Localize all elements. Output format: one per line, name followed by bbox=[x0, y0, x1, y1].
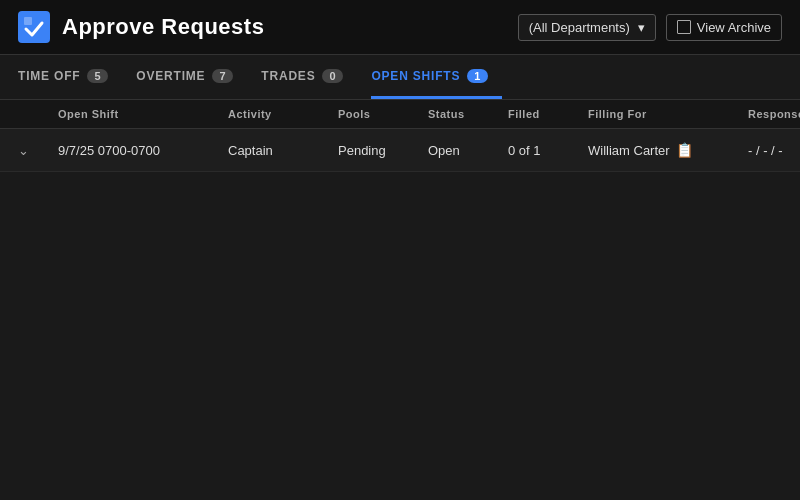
cell-filled: 0 of 1 bbox=[508, 143, 588, 158]
header: Approve Requests (All Departments) ▾ Vie… bbox=[0, 0, 800, 55]
svg-rect-0 bbox=[18, 11, 50, 43]
chevron-down-icon: ▾ bbox=[638, 20, 645, 35]
tab-open-shifts-label: OPEN SHIFTS bbox=[371, 69, 460, 83]
page-title: Approve Requests bbox=[62, 14, 518, 40]
cell-filling-for: William Carter 📋 bbox=[588, 142, 748, 158]
view-archive-label: View Archive bbox=[697, 20, 771, 35]
tab-overtime-badge: 7 bbox=[212, 69, 233, 83]
cell-open-shift: 9/7/25 0700-0700 bbox=[58, 143, 228, 158]
tab-trades-badge: 0 bbox=[322, 69, 343, 83]
tab-open-shifts-badge: 1 bbox=[467, 69, 488, 83]
col-filling-for: Filling For bbox=[588, 108, 748, 120]
dept-dropdown-label: (All Departments) bbox=[529, 20, 630, 35]
tab-bar: TIME OFF 5 OVERTIME 7 TRADES 0 OPEN SHIF… bbox=[0, 55, 800, 100]
tab-overtime[interactable]: OVERTIME 7 bbox=[136, 55, 247, 99]
col-activity: Activity bbox=[228, 108, 338, 120]
tab-overtime-label: OVERTIME bbox=[136, 69, 205, 83]
cell-pools: Pending bbox=[338, 143, 428, 158]
document-icon: 📋 bbox=[676, 142, 693, 158]
tab-open-shifts[interactable]: OPEN SHIFTS 1 bbox=[371, 55, 502, 99]
col-pools: Pools bbox=[338, 108, 428, 120]
svg-rect-1 bbox=[24, 17, 32, 25]
cell-status: Open bbox=[428, 143, 508, 158]
col-status: Status bbox=[428, 108, 508, 120]
table-header: Open Shift Activity Pools Status Filled … bbox=[0, 100, 800, 129]
filling-for-name: William Carter bbox=[588, 143, 670, 158]
tab-time-off[interactable]: TIME OFF 5 bbox=[18, 55, 122, 99]
tab-trades[interactable]: TRADES 0 bbox=[261, 55, 357, 99]
department-dropdown[interactable]: (All Departments) ▾ bbox=[518, 14, 656, 41]
tab-trades-label: TRADES bbox=[261, 69, 315, 83]
col-open-shift: Open Shift bbox=[58, 108, 228, 120]
archive-box-icon bbox=[677, 20, 691, 34]
row-expand-button[interactable]: ⌄ bbox=[18, 143, 58, 158]
tab-time-off-badge: 5 bbox=[87, 69, 108, 83]
tab-time-off-label: TIME OFF bbox=[18, 69, 80, 83]
cell-activity: Captain bbox=[228, 143, 338, 158]
data-table: Open Shift Activity Pools Status Filled … bbox=[0, 100, 800, 172]
app-logo bbox=[18, 11, 50, 43]
col-responses: Responses bbox=[748, 108, 800, 120]
table-row: ⌄ 9/7/25 0700-0700 Captain Pending Open … bbox=[0, 129, 800, 172]
cell-responses: - / - / - bbox=[748, 143, 800, 158]
col-filled: Filled bbox=[508, 108, 588, 120]
view-archive-button[interactable]: View Archive bbox=[666, 14, 782, 41]
